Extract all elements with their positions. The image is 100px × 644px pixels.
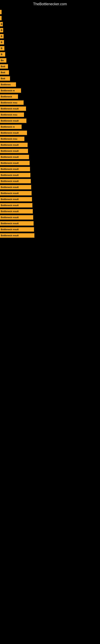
bar-label-5: B bbox=[1, 41, 2, 44]
bar-31: Bottleneck result bbox=[0, 197, 32, 202]
bar-row: Bottleneck result bbox=[0, 130, 100, 136]
bar-35: Bottleneck result bbox=[0, 221, 34, 226]
bar-20: Bottleneck result bbox=[0, 130, 27, 135]
bar-label-21: Bottleneck resu bbox=[1, 138, 17, 140]
bar-15: Bottleneck resu bbox=[0, 100, 24, 105]
bar-18: Bottleneck result bbox=[0, 118, 26, 123]
bar-row: B bbox=[0, 52, 100, 57]
bar-label-16: Bottleneck result bbox=[1, 108, 19, 110]
bar-16: Bottleneck result bbox=[0, 106, 26, 111]
bar-label-34: Bottleneck result bbox=[1, 216, 19, 218]
bar-17: Bottleneck resu bbox=[0, 112, 24, 117]
bar-label-33: Bottleneck result bbox=[1, 210, 19, 212]
bar-label-26: Bottleneck result bbox=[1, 168, 19, 170]
bar-29: Bottleneck result bbox=[0, 185, 31, 190]
bar-28: Bottleneck result bbox=[0, 179, 31, 183]
bar-label-10: Bott bbox=[1, 71, 5, 74]
bar-8: Bo bbox=[0, 58, 6, 62]
bar-0 bbox=[0, 10, 1, 14]
bar-9: Bott bbox=[0, 64, 8, 69]
bar-1 bbox=[0, 16, 1, 20]
bar-32: Bottleneck result bbox=[0, 203, 32, 208]
bar-25: Bottleneck result bbox=[0, 161, 30, 165]
bar-22: Bottleneck result bbox=[0, 143, 28, 147]
bar-row: Bottleneck result bbox=[0, 220, 100, 226]
bar-12: Bottlenec bbox=[0, 82, 16, 87]
bar-row: Bottleneck bbox=[0, 94, 100, 100]
bar-row: B bbox=[0, 27, 100, 33]
bar-label-6: B bbox=[1, 47, 2, 50]
bar-5: B bbox=[0, 40, 4, 44]
bar-label-15: Bottleneck resu bbox=[1, 102, 17, 104]
bar-label-7: B bbox=[1, 53, 2, 56]
bar-row: Bottleneck result bbox=[0, 202, 100, 208]
bar-label-2: B bbox=[1, 23, 2, 25]
bar-label-19: Bottleneck re bbox=[1, 126, 15, 128]
bar-row: Bottleneck result bbox=[0, 196, 100, 202]
bar-label-31: Bottleneck result bbox=[1, 198, 19, 200]
bar-row: Bottleneck result bbox=[0, 214, 100, 220]
bar-label-3: B bbox=[1, 29, 2, 32]
bar-row: Bott bbox=[0, 64, 100, 69]
bar-row: Bottleneck result bbox=[0, 184, 100, 190]
bar-row: Bottleneck result bbox=[0, 172, 100, 178]
bar-27: Bottleneck result bbox=[0, 173, 30, 177]
bar-10: Bott bbox=[0, 70, 9, 75]
bar-13: Bottleneck re bbox=[0, 88, 21, 93]
bar-label-37: Bottleneck result bbox=[1, 234, 19, 237]
site-title: TheBottlenecker.com bbox=[0, 0, 100, 7]
bar-6: B bbox=[0, 46, 4, 50]
bar-label-24: Bottleneck result bbox=[1, 156, 19, 158]
bar-23: Bottleneck result bbox=[0, 149, 28, 153]
bar-label-4: B bbox=[1, 35, 2, 38]
bar-7: B bbox=[0, 52, 5, 56]
bar-row: Bottleneck result bbox=[0, 106, 100, 112]
bar-row: Bott bbox=[0, 70, 100, 75]
bar-label-30: Bottleneck result bbox=[1, 192, 19, 194]
bar-row bbox=[0, 15, 100, 21]
bar-37: Bottleneck result bbox=[0, 233, 34, 238]
bar-label-11: Bott bbox=[1, 77, 5, 80]
bar-26: Bottleneck result bbox=[0, 167, 30, 171]
bar-row: B bbox=[0, 21, 100, 27]
bar-label-20: Bottleneck result bbox=[1, 132, 19, 134]
bar-label-18: Bottleneck result bbox=[1, 120, 19, 122]
bars-container: BBBBBBBoBottBottBottBottlenecBottleneck … bbox=[0, 7, 100, 239]
bar-label-28: Bottleneck result bbox=[1, 180, 19, 182]
bar-33: Bottleneck result bbox=[0, 209, 33, 214]
bar-row: Bottlenec bbox=[0, 82, 100, 87]
bar-30: Bottleneck result bbox=[0, 191, 32, 196]
bar-row bbox=[0, 9, 100, 15]
bar-row: Bottleneck result bbox=[0, 160, 100, 166]
bar-11: Bott bbox=[0, 76, 10, 81]
bar-row: Bottleneck result bbox=[0, 166, 100, 172]
bar-row: Bottleneck result bbox=[0, 142, 100, 148]
bar-row: Bottleneck re bbox=[0, 124, 100, 130]
bar-row: Bottleneck resu bbox=[0, 136, 100, 142]
bar-2: B bbox=[0, 22, 3, 26]
bar-row: Bottleneck re bbox=[0, 88, 100, 94]
bar-row: B bbox=[0, 40, 100, 45]
bar-19: Bottleneck re bbox=[0, 124, 22, 129]
bar-36: Bottleneck result bbox=[0, 227, 34, 232]
bar-row: Bottleneck resu bbox=[0, 100, 100, 106]
bar-24: Bottleneck result bbox=[0, 155, 29, 159]
bar-label-29: Bottleneck result bbox=[1, 186, 19, 188]
bar-label-8: Bo bbox=[1, 59, 4, 62]
bar-row: Bottleneck result bbox=[0, 148, 100, 154]
bar-label-35: Bottleneck result bbox=[1, 222, 19, 224]
bar-label-14: Bottleneck bbox=[1, 96, 12, 98]
bar-label-17: Bottleneck resu bbox=[1, 114, 17, 116]
bar-row: Bottleneck resu bbox=[0, 112, 100, 118]
bar-label-9: Bott bbox=[1, 65, 5, 68]
bar-row: Bottleneck result bbox=[0, 118, 100, 124]
bar-label-36: Bottleneck result bbox=[1, 228, 19, 231]
bar-row: B bbox=[0, 34, 100, 39]
bar-label-12: Bottlenec bbox=[1, 83, 11, 86]
bar-34: Bottleneck result bbox=[0, 215, 33, 220]
bar-label-25: Bottleneck result bbox=[1, 162, 19, 164]
bar-row: B bbox=[0, 46, 100, 51]
bar-row: Bottleneck result bbox=[0, 178, 100, 184]
bar-row: Bottleneck result bbox=[0, 190, 100, 196]
bar-row: Bottleneck result bbox=[0, 233, 100, 238]
